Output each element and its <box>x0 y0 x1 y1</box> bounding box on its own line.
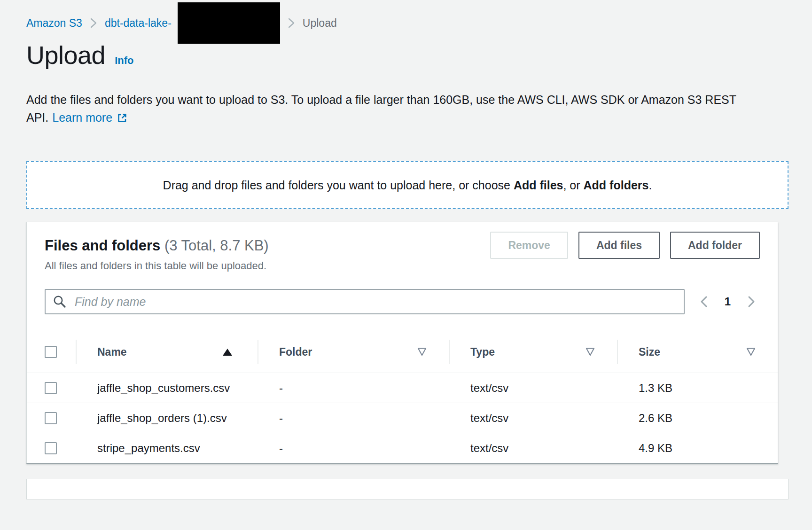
breadcrumb-amazon-s3[interactable]: Amazon S3 <box>26 17 82 30</box>
panel-actions: Remove Add files Add folder <box>490 232 760 259</box>
sort-ascending-icon <box>223 349 232 356</box>
remove-button[interactable]: Remove <box>490 232 568 259</box>
dropzone-add-folders-label: Add folders <box>584 179 649 192</box>
column-header-type[interactable]: Type <box>449 331 617 373</box>
pagination-prev-icon[interactable] <box>698 295 710 309</box>
next-section-panel-partial <box>26 479 789 499</box>
filter-icon[interactable] <box>417 347 427 357</box>
panel-title: Files and folders (3 Total, 8.7 KB) <box>45 237 269 254</box>
breadcrumb-chevron-icon <box>288 17 295 29</box>
column-label-name: Name <box>97 344 127 359</box>
file-type: text/csv <box>449 433 617 463</box>
filter-icon[interactable] <box>746 347 756 357</box>
panel-counter: (3 Total, 8.7 KB) <box>164 237 269 254</box>
dropzone-add-files-label: Add files <box>514 179 563 192</box>
column-label-folder: Folder <box>279 344 312 359</box>
description-text: Add the files and folders you want to up… <box>26 93 736 124</box>
file-folder: - <box>258 433 449 463</box>
breadcrumb-chevron-icon <box>90 17 97 29</box>
search-row: 1 <box>45 289 760 314</box>
external-link-icon <box>117 110 128 128</box>
add-folder-button[interactable]: Add folder <box>670 232 760 259</box>
info-link[interactable]: Info <box>115 55 133 67</box>
row-checkbox[interactable] <box>45 442 57 454</box>
file-size: 2.6 KB <box>617 403 778 433</box>
file-size: 4.9 KB <box>617 433 778 463</box>
page-description: Add the files and folders you want to up… <box>26 91 784 128</box>
search-icon <box>53 295 67 309</box>
current-page-number[interactable]: 1 <box>725 295 731 308</box>
learn-more-link[interactable]: Learn more <box>52 111 112 124</box>
file-type: text/csv <box>449 403 617 433</box>
pagination-next-icon[interactable] <box>746 295 757 309</box>
add-files-button[interactable]: Add files <box>578 232 660 259</box>
file-folder: - <box>258 373 449 403</box>
column-header-folder[interactable]: Folder <box>258 331 449 373</box>
breadcrumb: Amazon S3 dbt-data-lake- Upload <box>0 0 812 30</box>
select-all-checkbox[interactable] <box>45 346 57 358</box>
search-input[interactable] <box>45 289 685 314</box>
files-table: Name Folder Type Size <box>27 331 778 463</box>
file-name: jaffle_shop_orders (1).csv <box>97 411 227 425</box>
file-name: stripe_payments.csv <box>97 441 200 455</box>
column-label-size: Size <box>639 344 660 359</box>
dropzone[interactable]: Drag and drop files and folders you want… <box>26 161 789 209</box>
row-checkbox[interactable] <box>45 382 57 394</box>
s3-upload-page: Amazon S3 dbt-data-lake- Upload Upload I… <box>0 0 812 499</box>
page-title-row: Upload Info <box>26 41 812 69</box>
breadcrumb-bucket[interactable]: dbt-data-lake- <box>105 17 172 30</box>
filter-icon[interactable] <box>585 347 595 357</box>
column-header-name[interactable]: Name <box>76 331 258 373</box>
panel-subtitle: All files and folders in this table will… <box>45 260 269 272</box>
table-row: jaffle_shop_customers.csv - text/csv 1.3… <box>27 373 778 403</box>
table-row: stripe_payments.csv - text/csv 4.9 KB <box>27 433 778 463</box>
table-header-row: Name Folder Type Size <box>27 331 778 373</box>
row-checkbox[interactable] <box>45 412 57 424</box>
files-and-folders-panel: Files and folders (3 Total, 8.7 KB) All … <box>26 222 778 464</box>
file-size: 1.3 KB <box>617 373 778 403</box>
dropzone-text: Drag and drop files and folders you want… <box>163 179 652 192</box>
file-folder: - <box>258 403 449 433</box>
table-row: jaffle_shop_orders (1).csv - text/csv 2.… <box>27 403 778 433</box>
select-all-cell <box>27 331 76 373</box>
column-header-size[interactable]: Size <box>617 331 778 373</box>
file-name: jaffle_shop_customers.csv <box>97 381 230 395</box>
column-label-type: Type <box>470 344 495 359</box>
pagination: 1 <box>698 295 760 309</box>
file-type: text/csv <box>449 373 617 403</box>
redacted-bucket-name <box>178 2 280 44</box>
breadcrumb-current-page: Upload <box>303 17 337 30</box>
panel-header: Files and folders (3 Total, 8.7 KB) All … <box>45 232 760 272</box>
page-title: Upload <box>26 41 105 69</box>
